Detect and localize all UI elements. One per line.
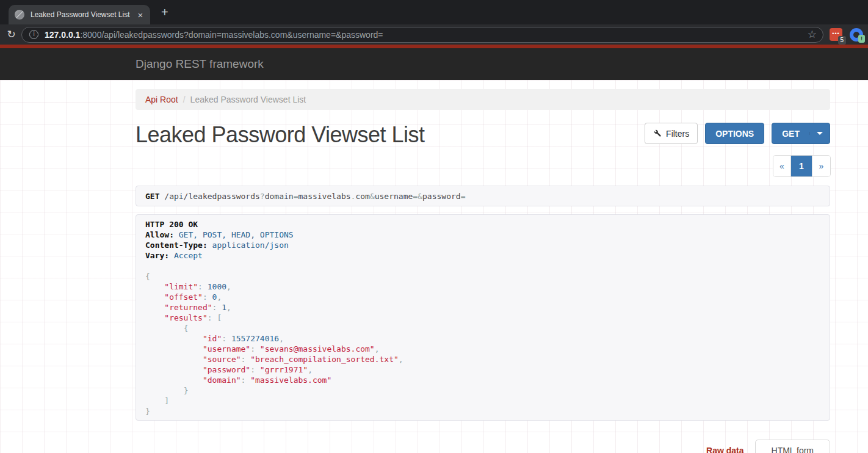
code-token: "username" [203,344,250,353]
code-token [145,365,203,374]
tab-title: Leaked Password Viewset List [31,10,132,19]
code-token [208,292,212,302]
code-token: "password" [203,365,250,374]
url-path: :8000/api/leakedpasswords?domain=massive… [80,30,383,40]
pagination-next-button[interactable]: » [812,156,830,176]
tab-close-icon[interactable]: × [136,10,145,20]
code-token: , [375,344,380,353]
get-dropdown-button[interactable] [809,132,830,135]
breadcrumb-current: Leaked Password Viewset List [190,95,306,104]
code-token [145,303,164,312]
code-token: : [198,282,203,291]
code-token: & [370,192,375,201]
code-token: "returned" [164,303,212,312]
code-token: 1557274016 [231,334,279,343]
browser-toolbar: ↻ i 127.0.0.1:8000/api/leakedpasswords?d… [0,24,868,45]
code-token: "id" [203,334,222,343]
url-bar[interactable]: i 127.0.0.1:8000/api/leakedpasswords?dom… [21,27,823,43]
get-split-button: GET [772,123,830,144]
code-token: "massivelabs.com" [250,375,331,385]
code-token [145,324,184,333]
code-token [145,292,164,302]
raw-data-tab[interactable]: Raw data [706,440,754,453]
drf-brand[interactable]: Django REST framework [136,57,264,71]
request-line: GET /api/leakedpasswords?domain=massivel… [136,186,830,206]
code-token: /api/leakedpasswords [159,192,259,201]
code-token [169,251,174,260]
code-token [174,230,179,239]
render-format-tabs: Raw data HTML form [136,440,830,453]
code-token: , [279,334,284,343]
code-token [145,282,164,291]
filters-button-label: Filters [666,129,689,139]
code-token: 1000 [208,282,226,291]
code-token: Vary: [145,251,169,260]
page-title: Leaked Password Viewset List [136,122,645,148]
bookmark-star-icon[interactable]: ☆ [808,28,817,41]
html-form-tab[interactable]: HTML form [755,440,830,453]
code-token [145,344,203,353]
pagination: « 1 » [773,156,830,176]
code-token: "limit" [164,282,198,291]
code-token: } [184,386,189,395]
code-token: = [461,192,466,201]
code-token: { [184,324,189,333]
chevron-down-icon [817,132,823,135]
code-token: } [145,407,150,416]
code-token: password [422,192,461,201]
code-token [203,282,208,291]
code-token: GET, POST, HEAD, OPTIONS [179,230,294,239]
code-token: application/json [212,241,289,250]
code-token: domain [265,192,294,201]
reload-icon[interactable]: ↻ [5,28,18,41]
code-token [145,386,184,395]
code-token: 1 [222,303,226,312]
code-token [145,396,164,405]
pagination-page-1[interactable]: 1 [791,156,812,176]
code-token: GET [145,192,159,201]
code-token: : [222,334,226,343]
code-token [226,334,231,343]
code-token: Accept [174,251,203,260]
code-token: HTTP 200 OK [145,220,198,229]
response-body: HTTP 200 OK Allow: GET, POST, HEAD, OPTI… [136,214,830,421]
code-token [255,365,260,374]
browser-tab[interactable]: Leaked Password Viewset List × [9,5,150,24]
code-token: "results" [164,313,207,322]
extensions-area: ••• 5 ! [830,28,863,42]
profile-avatar-icon[interactable]: ! [850,28,863,42]
code-token: , [217,292,222,302]
new-tab-button[interactable]: + [161,5,168,20]
url-host: 127.0.0.1 [45,30,80,40]
code-token: [ [217,313,222,322]
code-token: username [375,192,413,201]
code-token: , [226,282,231,291]
code-token: : [203,292,208,302]
breadcrumb-api-root-link[interactable]: Api Root [145,95,178,104]
extension-icon[interactable]: ••• 5 [830,28,842,41]
page-body: Api Root / Leaked Password Viewset List … [0,80,868,453]
pagination-prev-button[interactable]: « [773,156,791,176]
page-info-icon[interactable]: i [29,30,38,39]
code-token [145,334,203,343]
code-token [145,375,203,385]
breadcrumb: Api Root / Leaked Password Viewset List [136,89,830,110]
get-button[interactable]: GET [772,129,809,139]
url-text[interactable]: 127.0.0.1:8000/api/leakedpasswords?domai… [45,30,803,40]
extension-badge: 5 [838,36,846,45]
code-token: , [308,365,313,374]
drf-navbar: Django REST framework [0,48,868,80]
code-token: ] [164,396,169,405]
options-button-label: OPTIONS [715,129,754,139]
code-token: =& [413,192,422,201]
code-token: "grrr1971" [260,365,308,374]
code-token: , [399,355,403,364]
code-token: , [226,303,231,312]
options-button[interactable]: OPTIONS [705,123,764,144]
browser-tab-strip: Leaked Password Viewset List × + [0,0,868,24]
filters-button[interactable]: Filters [645,123,698,144]
code-token: : [250,365,255,374]
breadcrumb-separator: / [183,95,186,104]
code-token [255,344,260,353]
code-token [145,355,203,364]
